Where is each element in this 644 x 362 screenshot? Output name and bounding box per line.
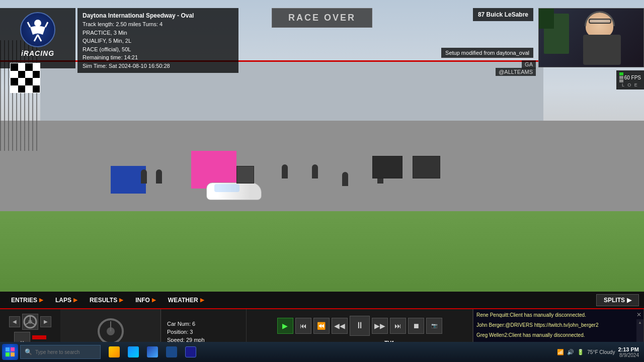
setup-info: Setup modified from daytona_oval <box>441 48 533 58</box>
play-button[interactable]: ▶ <box>277 318 293 334</box>
svg-rect-9 <box>11 347 15 351</box>
qualify-info: QUALIFY, 5 Min, 2L <box>83 37 233 45</box>
entries-arrow: ▶ <box>39 297 43 303</box>
red-bar-1 <box>32 335 46 339</box>
windows-logo <box>6 347 15 356</box>
chat-close[interactable]: ✕ <box>636 311 641 318</box>
playback-buttons: ▶ ⏮ ⏪ ◀◀ ⏸ ▶▶ ⏭ ⏹ 📷 <box>277 316 442 336</box>
laps-arrow: ▶ <box>73 297 77 303</box>
track-length: Track length: 2.50 miles Turns: 4 <box>83 20 233 29</box>
taskbar-app-iracing[interactable] <box>182 344 200 360</box>
splits-label: SPLITS <box>604 297 625 304</box>
equipment-2 <box>372 156 403 178</box>
fps-value: 60 FPS <box>624 75 641 80</box>
info-label: INFO <box>135 297 150 304</box>
svg-rect-8 <box>6 347 10 351</box>
clock-date: 8/9/2024 <box>618 352 639 358</box>
search-bar[interactable]: 🔍 <box>20 345 101 359</box>
checkered-flag-icon <box>10 63 40 93</box>
all-teams-badge: @ALLTEAMS <box>496 68 536 76</box>
grass-infield <box>0 211 644 292</box>
webcam-background <box>539 9 643 67</box>
wifi-icon[interactable]: 📶 <box>557 349 564 355</box>
nav-tabs: ENTRIES ▶ LAPS ▶ RESULTS ▶ INFO ▶ WEATHE… <box>0 292 644 309</box>
skip-back-button[interactable]: ⏮ <box>295 318 311 334</box>
iracing-panel: iRACING <box>0 8 75 68</box>
steering-gauge <box>22 314 38 330</box>
laps-label: LAPS <box>55 297 71 304</box>
tab-weather[interactable]: WEATHER ▶ <box>162 295 210 306</box>
search-input[interactable] <box>35 349 96 355</box>
volume-icon[interactable]: 🔊 <box>567 349 574 355</box>
icon-row-1: ◀ ▶ <box>9 314 51 330</box>
taskbar-right: 📶 🔊 🔋 75°F Cloudy 2:13 PM 8/9/2024 <box>557 346 642 358</box>
camera-switch-button[interactable]: 📷 <box>426 318 442 334</box>
scroll-up[interactable]: ▲ <box>638 320 642 325</box>
person-2 <box>156 169 162 184</box>
equipment-1 <box>236 166 254 184</box>
chat-message-3: Rene Penquitt:Client has manually discon… <box>473 309 643 319</box>
results-arrow: ▶ <box>119 297 123 303</box>
svg-line-1 <box>34 35 38 41</box>
race-over-banner: RACE OVER <box>272 8 372 28</box>
svg-rect-11 <box>11 352 15 356</box>
system-clock[interactable]: 2:13 PM 8/9/2024 <box>618 346 639 358</box>
iracing-logo-svg <box>25 17 50 42</box>
icon-right-arrow[interactable]: ▶ <box>40 316 51 327</box>
race-info-panel: Daytona International Speedway - Oval Tr… <box>77 8 238 73</box>
weather-info: 75°F Cloudy <box>587 349 615 355</box>
taskbar: 🔍 📶 🔊 🔋 75°F Cloudy 2:13 PM 8/9/2024 <box>0 342 644 362</box>
stop-button[interactable]: ⏹ <box>408 318 424 334</box>
mail-icon <box>166 346 177 357</box>
webcam-overlay <box>538 8 644 67</box>
taskbar-app-mail[interactable] <box>163 344 181 360</box>
race-info: RACE (official), 50L <box>83 45 233 54</box>
remaining-time: Remaining time: 14:21 <box>83 53 233 62</box>
tab-results[interactable]: RESULTS ▶ <box>84 295 129 306</box>
practice-info: PRACTICE, 3 Min <box>83 29 233 37</box>
edge-icon <box>128 346 139 357</box>
position: Position: 3 <box>167 329 240 335</box>
person-4 <box>312 164 318 178</box>
equipment-3 <box>413 156 440 178</box>
car-num: Car Num: 6 <box>167 321 240 327</box>
results-label: RESULTS <box>90 297 117 304</box>
svg-line-2 <box>38 35 41 41</box>
steering-wheel-svg <box>23 315 37 329</box>
iracing-logo-text: iRACING <box>21 49 54 57</box>
car-name: 87 Buick LeSabre <box>478 11 528 18</box>
rewind-button[interactable]: ⏪ <box>313 318 330 334</box>
fast-forward-button[interactable]: ▶▶ <box>372 318 388 334</box>
taskbar-app-store[interactable] <box>143 344 162 360</box>
skip-forward-button[interactable]: ⏭ <box>390 318 406 334</box>
explorer-icon <box>109 346 120 357</box>
start-button[interactable] <box>2 344 18 360</box>
person-3 <box>282 164 288 178</box>
tab-entries[interactable]: ENTRIES ▶ <box>5 295 49 306</box>
ga-label: GA <box>522 60 536 68</box>
store-icon <box>147 346 158 357</box>
info-arrow: ▶ <box>152 297 156 303</box>
splits-button[interactable]: SPLITS ▶ <box>596 294 639 306</box>
flag-grid <box>10 63 40 93</box>
battery-icon[interactable]: 🔋 <box>577 349 584 355</box>
svg-point-0 <box>34 20 41 27</box>
track-name: Daytona International Speedway - Oval <box>83 11 233 20</box>
person-5 <box>342 172 348 186</box>
tab-laps[interactable]: LAPS ▶ <box>49 295 84 306</box>
splits-arrow: ▶ <box>627 297 631 304</box>
icon-left-arrow[interactable]: ◀ <box>9 316 20 327</box>
search-icon: 🔍 <box>25 348 32 355</box>
taskbar-app-edge[interactable] <box>124 344 142 360</box>
tab-info[interactable]: INFO ▶ <box>129 295 162 306</box>
weather-label: WEATHER <box>168 297 198 304</box>
iracing-app-icon <box>185 346 196 357</box>
taskbar-app-explorer[interactable] <box>105 344 123 360</box>
iracing-logo <box>20 12 55 47</box>
chat-message-1: Greg Wellen2:Client has manually disconn… <box>473 329 643 339</box>
car-info-panel: 87 Buick LeSabre <box>473 8 533 21</box>
steering-wheel-display <box>98 318 124 344</box>
fast-rewind-button[interactable]: ◀◀ <box>332 318 348 334</box>
entries-label: ENTRIES <box>11 297 37 304</box>
pause-playback-button[interactable]: ⏸ <box>350 316 370 336</box>
